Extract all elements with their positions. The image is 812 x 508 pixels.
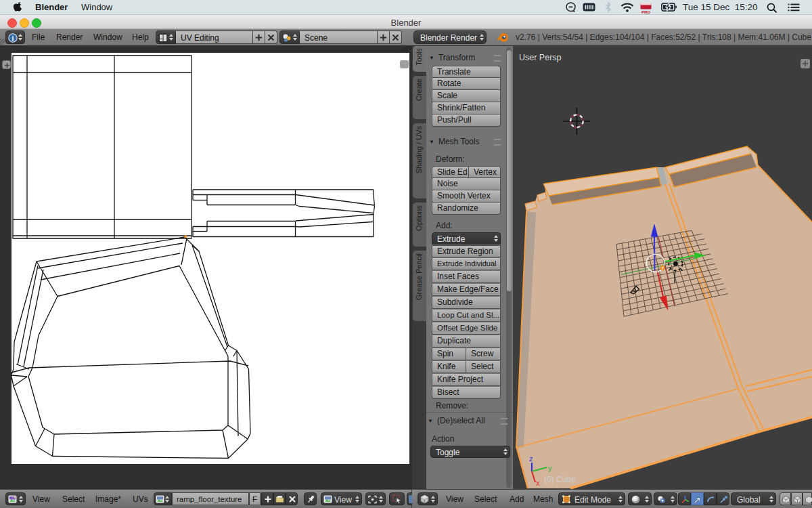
svg-text:y: y	[548, 464, 552, 472]
svg-text:User Persp: User Persp	[519, 53, 562, 62]
svg-text:(0) Cube: (0) Cube	[544, 475, 576, 484]
svg-text:z: z	[529, 454, 533, 463]
svg-text:PRO: PRO	[641, 10, 650, 14]
svg-text:i: i	[12, 35, 14, 42]
svg-text:x: x	[536, 479, 540, 487]
